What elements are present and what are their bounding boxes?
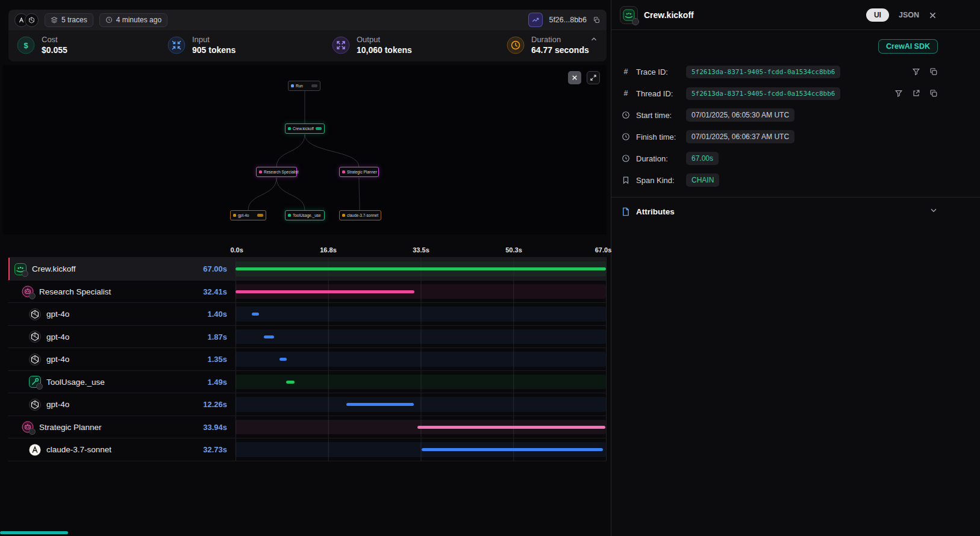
- stat-input: Input 905 tokens: [167, 35, 332, 55]
- row-name: gpt-4o: [46, 332, 69, 341]
- axis-tick-label: 67.0s: [595, 246, 612, 254]
- stat-value: 64.77 seconds: [531, 45, 589, 55]
- crewai-sdk-badge[interactable]: CrewAI SDK: [878, 39, 938, 54]
- horizontal-scrollbar-thumb[interactable]: [0, 531, 68, 534]
- copy-thread-id-button[interactable]: [929, 89, 938, 98]
- row-duration: 33.94s: [203, 423, 227, 432]
- dollar-icon: $: [17, 36, 35, 54]
- row-label-cell: gpt-4o 1.40s: [8, 303, 236, 325]
- duration-bar[interactable]: [264, 335, 274, 338]
- time-axis: 0.0s 16.8s 33.5s 50.3s 67.0s: [236, 246, 607, 257]
- tool-icon: [29, 376, 41, 388]
- row-timeline-cell: [236, 416, 607, 438]
- table-row[interactable]: Crew.kickoff 67.00s: [8, 258, 607, 281]
- table-row[interactable]: Research Specialist 32.41s: [8, 281, 607, 304]
- graph-node-claude[interactable]: claude-3.7-sonnet: [339, 210, 381, 220]
- row-name: Research Specialist: [39, 287, 111, 296]
- openai-icon: [29, 399, 41, 411]
- span-waterfall: 0.0s 16.8s 33.5s 50.3s 67.0s Crew.kickof…: [8, 246, 607, 461]
- trace-id-value[interactable]: 5f2613da-8371-9405-fcdd-0a1534cc8bb6: [686, 66, 840, 78]
- collapse-stats-button[interactable]: [590, 35, 598, 45]
- table-row[interactable]: ToolUsage._use 1.49s: [8, 371, 607, 394]
- row-label-cell: claude-3.7-sonnet 32.73s: [8, 438, 236, 461]
- attributes-label: Attributes: [636, 207, 675, 216]
- field-actions: [894, 89, 938, 98]
- span-detail-panel: Crew.kickoff UI JSON CrewAI SDK # Trace …: [611, 0, 980, 536]
- graph-node-strategic-planner[interactable]: Strategic Planner: [339, 167, 379, 177]
- node-dot-icon: [288, 127, 291, 130]
- axis-tick-label: 16.8s: [320, 246, 337, 254]
- duration-bar[interactable]: [279, 358, 287, 361]
- metrics-chart-button[interactable]: [528, 13, 543, 27]
- node-duration-tag: [311, 84, 317, 87]
- tab-json[interactable]: JSON: [899, 11, 919, 19]
- external-link-icon: [912, 89, 920, 98]
- filter-by-trace-button[interactable]: [912, 67, 920, 76]
- duration-bar[interactable]: [252, 313, 260, 316]
- row-timeline-cell: [236, 281, 607, 303]
- start-time-value: 07/01/2025, 06:05:30 AM UTC: [686, 108, 794, 122]
- duration-bar[interactable]: [236, 267, 606, 270]
- close-panel-button[interactable]: [929, 11, 937, 19]
- graph-controls: [568, 71, 600, 84]
- graph-node-crew-kickoff[interactable]: Crew.kickoff: [285, 123, 325, 134]
- open-thread-button[interactable]: [912, 89, 920, 98]
- copy-icon: [929, 89, 938, 98]
- node-dot-icon: [288, 214, 291, 217]
- trace-age-label: 4 minutes ago: [116, 16, 161, 24]
- duration-bar[interactable]: [286, 381, 295, 384]
- table-row[interactable]: claude-3.7-sonnet 32.73s: [8, 438, 607, 461]
- field-label: Finish time:: [636, 132, 681, 142]
- field-label: Span Kind:: [636, 176, 681, 185]
- row-duration: 12.26s: [203, 400, 227, 409]
- trace-main-panel: 5 traces 4 minutes ago 5f26...8bb6 $ C: [0, 0, 611, 536]
- node-dot-icon: [342, 214, 345, 217]
- table-row[interactable]: gpt-4o 1.40s: [8, 303, 607, 326]
- close-graph-button[interactable]: [568, 71, 581, 84]
- traces-count-badge[interactable]: 5 traces: [45, 13, 93, 27]
- duration-bar[interactable]: [422, 448, 602, 451]
- arrows-in-icon: [167, 36, 186, 54]
- openai-icon: [29, 354, 41, 366]
- graph-node-label: Run: [296, 84, 303, 88]
- openai-icon: [25, 13, 39, 27]
- openai-icon: [29, 331, 41, 343]
- stat-value: 10,060 tokens: [357, 45, 412, 55]
- clock-icon: [621, 132, 631, 141]
- thread-id-value[interactable]: 5f2613da-8371-9405-fcdd-0a1534cc8bb6: [686, 87, 840, 100]
- copy-trace-id-button[interactable]: [929, 67, 938, 76]
- openai-icon: [29, 308, 41, 320]
- table-row[interactable]: gpt-4o 1.87s: [8, 326, 607, 349]
- table-row[interactable]: gpt-4o 1.35s: [8, 348, 607, 371]
- table-row[interactable]: gpt-4o 12.26s: [8, 393, 607, 416]
- stat-label: Output: [357, 35, 412, 45]
- duration-bar[interactable]: [417, 426, 605, 429]
- anthropic-icon: [29, 444, 41, 456]
- copy-trace-id-button[interactable]: [593, 16, 601, 24]
- graph-node-run[interactable]: Run: [288, 81, 320, 91]
- trace-header-bar: 5 traces 4 minutes ago 5f26...8bb6: [8, 10, 607, 30]
- filter-by-thread-button[interactable]: [894, 89, 903, 98]
- field-trace-id: # Trace ID: 5f2613da-8371-9405-fcdd-0a15…: [621, 61, 938, 83]
- field-actions: [912, 67, 938, 76]
- traces-count-label: 5 traces: [61, 16, 87, 24]
- field-thread-id: # Thread ID: 5f2613da-8371-9405-fcdd-0a1…: [621, 83, 938, 104]
- duration-bar[interactable]: [346, 403, 414, 406]
- graph-node-label: Crew.kickoff: [293, 126, 314, 131]
- stat-label: Duration: [531, 35, 589, 45]
- table-row[interactable]: Strategic Planner 33.94s: [8, 416, 607, 439]
- trace-age-badge[interactable]: 4 minutes ago: [99, 13, 167, 27]
- tab-ui[interactable]: UI: [866, 8, 889, 22]
- expand-graph-button[interactable]: [587, 71, 600, 84]
- graph-node-label: gpt-4o: [238, 213, 249, 217]
- trace-id-short: 5f26...8bb6: [549, 16, 587, 24]
- clock-icon: [621, 154, 631, 163]
- field-duration: Duration: 67.00s: [621, 148, 938, 169]
- duration-bar[interactable]: [236, 290, 414, 293]
- graph-node-toolusage[interactable]: ToolUsage._use: [285, 210, 325, 220]
- axis-tick-label: 50.3s: [505, 246, 522, 254]
- duration-track: [236, 307, 606, 322]
- graph-node-research-specialist[interactable]: Research Specialist: [256, 167, 297, 177]
- attributes-section-toggle[interactable]: Attributes: [611, 197, 980, 225]
- graph-node-gpt-4o[interactable]: gpt-4o: [230, 210, 266, 220]
